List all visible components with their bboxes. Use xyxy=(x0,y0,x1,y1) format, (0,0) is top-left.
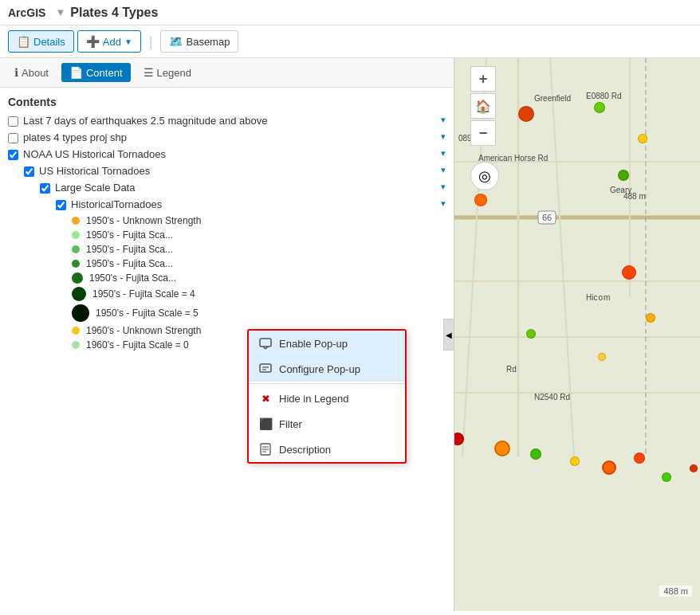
contents-title: Contents xyxy=(8,96,446,108)
list-item: HistoricalTornadoes ▾ xyxy=(56,198,446,210)
list-item: plates 4 types proj shp ▾ xyxy=(8,131,446,143)
legend-item: 1950's - Fujita Sca... xyxy=(72,244,446,255)
add-dropdown-icon: ▼ xyxy=(124,37,132,46)
main-layout: ℹ About 📄 Content ☰ Legend Contents Last… xyxy=(0,58,700,611)
add-button[interactable]: ➕ Add ▼ xyxy=(77,30,141,53)
enable-popup-label: Enable Pop-up xyxy=(279,338,348,350)
add-icon: ➕ xyxy=(86,35,100,48)
legend-label: 1960's - Unknown Strength xyxy=(86,325,201,336)
toolbar: 📋 Details ➕ Add ▼ | 🗺️ Basemap xyxy=(0,25,700,58)
svg-rect-3 xyxy=(260,364,271,372)
map-marker xyxy=(638,134,647,143)
basemap-button[interactable]: 🗺️ Basemap xyxy=(160,30,238,53)
layer2-label: plates 4 types proj shp xyxy=(23,131,433,143)
configure-popup-item[interactable]: Configure Pop-up xyxy=(249,356,405,382)
description-icon xyxy=(258,442,273,456)
map-panel[interactable]: 66 Greenfield E0880 Rd Geary American Ho… xyxy=(454,58,700,611)
content-icon: 📄 xyxy=(69,66,83,79)
home-button[interactable]: 🏠 xyxy=(470,93,496,119)
details-button[interactable]: 📋 Details xyxy=(8,30,74,53)
layer6-arrow[interactable]: ▾ xyxy=(441,198,446,209)
map-marker xyxy=(494,441,510,456)
map-marker xyxy=(518,106,534,122)
map-marker xyxy=(646,313,655,323)
tab-legend[interactable]: ☰ Legend xyxy=(136,63,199,82)
layer4-arrow[interactable]: ▾ xyxy=(441,165,446,175)
layer3-arrow[interactable]: ▾ xyxy=(441,148,446,159)
legend-label: 1950's - Fujita Sca... xyxy=(86,258,173,269)
layer4-label: US Historical Tornadoes xyxy=(39,165,433,177)
list-item: Large Scale Data ▾ xyxy=(40,182,446,194)
legend-label: 1960's - Fujita Scale = 0 xyxy=(86,339,189,351)
legend-label: 1950's - Fujita Sca... xyxy=(86,244,173,255)
legend-dot xyxy=(72,217,80,225)
layer4-checkbox[interactable] xyxy=(24,166,34,177)
zoom-out-button[interactable]: − xyxy=(470,120,496,146)
legend-icon: ☰ xyxy=(144,66,154,79)
layer5-arrow[interactable]: ▾ xyxy=(441,182,446,192)
layer3-checkbox[interactable] xyxy=(8,150,18,160)
tab-legend-label: Legend xyxy=(157,67,191,79)
description-item[interactable]: Description xyxy=(249,437,405,462)
map-marker xyxy=(526,329,536,339)
tab-about[interactable]: ℹ About xyxy=(6,63,57,82)
map-marker xyxy=(594,102,605,113)
configure-popup-icon xyxy=(258,362,273,376)
map-marker xyxy=(634,452,645,464)
page-title: Plates 4 Types xyxy=(70,6,158,20)
layer1-checkbox[interactable] xyxy=(8,116,18,127)
list-item: Last 7 days of earthquakes 2.5 magnitude… xyxy=(8,115,446,127)
panel-collapse-button[interactable]: ◀ xyxy=(443,319,454,351)
map-marker xyxy=(598,353,606,361)
map-marker xyxy=(602,460,616,475)
configure-popup-label: Configure Pop-up xyxy=(279,363,360,375)
info-icon: ℹ xyxy=(14,66,18,79)
map-marker xyxy=(662,472,671,482)
zoom-in-button[interactable]: + xyxy=(470,66,496,92)
filter-label: Filter xyxy=(279,418,302,430)
svg-text:66: 66 xyxy=(542,213,552,222)
layer5-label: Large Scale Data xyxy=(55,182,433,194)
layer5-checkbox[interactable] xyxy=(40,183,50,194)
legend-label: 1950's - Fujita Sca... xyxy=(86,229,173,241)
legend-dot xyxy=(72,287,86,301)
layer2-arrow[interactable]: ▾ xyxy=(441,131,446,142)
layer6-label: HistoricalTornadoes xyxy=(71,198,433,210)
arcgis-logo: ArcGIS xyxy=(8,6,45,19)
tab-content-label: Content xyxy=(86,67,123,79)
list-item: NOAA US Historical Tornadoes ▾ xyxy=(8,148,446,160)
map-scale: 488 m xyxy=(659,586,692,597)
layer1-label: Last 7 days of earthquakes 2.5 magnitude… xyxy=(23,115,433,127)
layer3-label: NOAA US Historical Tornadoes xyxy=(23,148,433,160)
legend-dot xyxy=(72,341,80,349)
map-marker xyxy=(530,449,541,460)
legend-dot xyxy=(72,231,80,239)
add-label: Add xyxy=(103,36,121,48)
tab-bar: ℹ About 📄 Content ☰ Legend xyxy=(0,58,454,88)
compass-button[interactable]: ◎ xyxy=(470,162,499,190)
legend-dot xyxy=(72,327,80,335)
filter-item[interactable]: ⬛ Filter xyxy=(249,411,405,437)
legend-dot xyxy=(72,304,89,322)
hide-legend-label: Hide in Legend xyxy=(279,393,348,405)
tab-content[interactable]: 📄 Content xyxy=(61,63,131,82)
legend-label: 1950's - Fujita Scale = 5 xyxy=(96,308,199,319)
basemap-label: Basemap xyxy=(186,36,230,48)
hide-legend-icon: ✖ xyxy=(258,391,273,405)
svg-rect-0 xyxy=(260,339,271,347)
layer6-checkbox[interactable] xyxy=(56,200,66,210)
filter-icon: ⬛ xyxy=(258,417,273,431)
layer1-arrow[interactable]: ▾ xyxy=(441,115,446,125)
map-marker xyxy=(618,170,629,181)
legend-dot xyxy=(72,260,80,268)
legend-dot xyxy=(72,245,80,253)
legend-item: 1950's - Unknown Strength xyxy=(72,215,446,226)
layer2-checkbox[interactable] xyxy=(8,133,18,143)
details-label: Details xyxy=(33,36,65,48)
map-controls: + 🏠 − xyxy=(470,66,496,146)
enable-popup-item[interactable]: Enable Pop-up xyxy=(249,331,405,356)
hide-legend-item[interactable]: ✖ Hide in Legend xyxy=(249,386,405,411)
map-marker xyxy=(622,265,636,280)
basemap-icon: 🗺️ xyxy=(169,35,183,48)
legend-item: 1950's - Fujita Scale = 5 xyxy=(72,304,446,322)
